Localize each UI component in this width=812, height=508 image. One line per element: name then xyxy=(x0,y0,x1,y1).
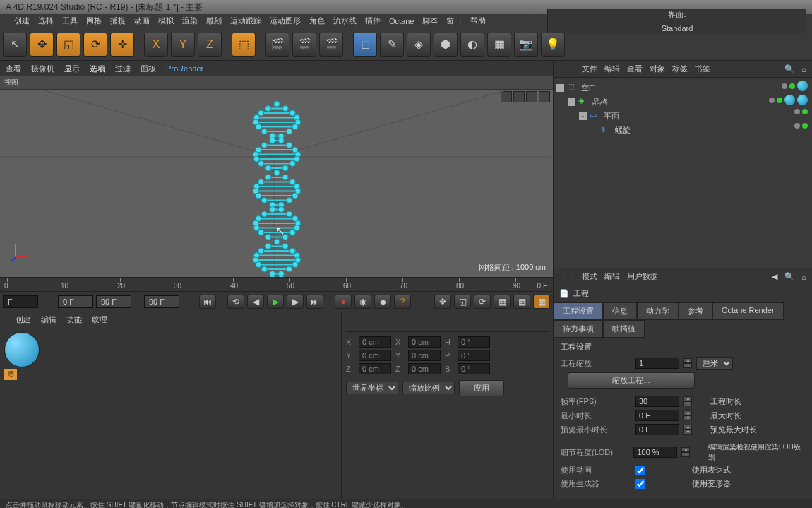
last-tool-icon[interactable]: ✛ xyxy=(110,33,134,57)
render-region-icon[interactable]: 🎬 xyxy=(292,33,316,57)
time-end-field[interactable]: 90 F xyxy=(96,295,131,308)
unit-select[interactable]: 厘米 xyxy=(696,357,733,370)
loop-icon[interactable]: ⟲ xyxy=(227,295,244,309)
time-current-field[interactable]: 90 F xyxy=(144,295,179,308)
menu-item[interactable]: 模拟 xyxy=(158,16,174,26)
spin-down[interactable]: ▾ xyxy=(683,430,692,435)
scale-project-button[interactable]: 缩放工程... xyxy=(568,372,695,389)
expand-icon[interactable]: - xyxy=(579,112,587,120)
size-z-field[interactable] xyxy=(408,363,441,374)
viewport[interactable]: 网格间距 : 1000 cm ↖ xyxy=(0,90,553,277)
record-icon[interactable]: ● xyxy=(335,295,352,309)
move-tool-icon[interactable]: ✥ xyxy=(30,33,54,57)
rot-p-field[interactable] xyxy=(458,350,490,361)
view-tab[interactable]: 选项 xyxy=(90,64,105,74)
coord-system-select[interactable]: 世界坐标 xyxy=(346,382,398,394)
spin-up[interactable]: ▴ xyxy=(683,410,692,415)
rotate-tool-icon[interactable]: ⟳ xyxy=(83,33,107,57)
object-row[interactable]: -⬚空白 xyxy=(556,81,809,95)
z-axis-icon[interactable]: Z xyxy=(198,33,222,57)
light-icon[interactable]: 💡 xyxy=(541,33,565,57)
tl-opt-icon[interactable]: ⟳ xyxy=(474,295,491,309)
view-tab[interactable]: 面板 xyxy=(141,64,156,74)
rot-b-field[interactable] xyxy=(458,363,490,374)
spin-down[interactable]: ▾ xyxy=(683,363,692,368)
mat-tab[interactable]: 创建 xyxy=(16,314,31,325)
goto-start-icon[interactable]: ⏮ xyxy=(199,295,216,309)
scale-tool-icon[interactable]: ◱ xyxy=(56,33,80,57)
material-preview[interactable] xyxy=(4,332,40,367)
scale-field[interactable] xyxy=(635,358,679,369)
apply-button[interactable]: 应用 xyxy=(459,380,504,396)
size-y-field[interactable] xyxy=(408,350,441,361)
lod-field[interactable] xyxy=(633,447,677,458)
attr-tab[interactable]: 工程设置 xyxy=(554,302,603,320)
menu-item[interactable]: 帮助 xyxy=(470,16,486,26)
object-name[interactable]: 空白 xyxy=(581,83,809,93)
rot-h-field[interactable] xyxy=(458,336,490,348)
y-axis-icon[interactable]: Y xyxy=(171,33,195,57)
useanim-checkbox[interactable] xyxy=(635,466,645,475)
object-tree[interactable]: -⬚空白-◈晶格-▭平面§螺旋 xyxy=(554,78,812,268)
attr-tab[interactable]: 信息 xyxy=(603,302,637,320)
attr-tab[interactable]: 动力学 xyxy=(637,302,679,320)
timeline-ruler[interactable]: 01020304050607080900 F xyxy=(0,277,553,291)
menu-item[interactable]: 运动图形 xyxy=(270,16,301,26)
layout-value[interactable]: Standard xyxy=(662,24,693,33)
cursor-tool-icon[interactable]: ↖ xyxy=(3,33,27,57)
expand-icon[interactable]: - xyxy=(568,98,575,106)
expand-icon[interactable]: - xyxy=(556,84,564,92)
home-icon[interactable]: ⌂ xyxy=(801,273,806,281)
menu-item[interactable]: 创建 xyxy=(14,16,30,26)
environment-icon[interactable]: ▦ xyxy=(487,33,511,57)
tl-opt-icon[interactable]: ▦ xyxy=(533,295,550,309)
usegen-checkbox[interactable] xyxy=(635,479,645,489)
attr-tab[interactable]: 待力事项 xyxy=(554,320,603,338)
render-view-icon[interactable]: 🎬 xyxy=(265,33,289,57)
menu-item[interactable]: 流水线 xyxy=(333,16,357,26)
spin-up[interactable]: ▴ xyxy=(683,358,692,363)
material-tag-icon[interactable] xyxy=(797,81,808,91)
material-tag-icon[interactable] xyxy=(797,95,808,105)
menu-item[interactable]: Octane xyxy=(389,17,414,25)
spin-down[interactable]: ▾ xyxy=(683,415,692,420)
mat-tab[interactable]: 功能 xyxy=(66,314,82,325)
mat-tab[interactable]: 纹理 xyxy=(92,314,107,325)
tl-opt-icon[interactable]: ◱ xyxy=(454,295,471,309)
om-menu[interactable]: 文件 xyxy=(582,64,597,74)
object-row[interactable]: §螺旋 xyxy=(556,123,809,137)
menu-item[interactable]: 窗口 xyxy=(446,16,462,26)
material-name[interactable]: 质 xyxy=(4,369,17,380)
material-tag-icon[interactable] xyxy=(784,95,795,105)
om-menu[interactable]: 标签 xyxy=(672,64,688,74)
attr-tab[interactable]: Octane Render xyxy=(712,302,784,320)
menu-item[interactable]: 脚本 xyxy=(422,16,438,26)
prevmin-field[interactable] xyxy=(635,424,679,435)
coord-system-icon[interactable]: ⬚ xyxy=(232,33,256,57)
time-field[interactable]: F xyxy=(3,295,38,308)
camera-icon[interactable]: 📷 xyxy=(514,33,538,57)
menu-item[interactable]: 插件 xyxy=(365,16,381,26)
view-tab[interactable]: 查看 xyxy=(6,64,21,74)
tl-opt-icon[interactable]: ▦ xyxy=(494,295,511,309)
menu-item[interactable]: 运动跟踪 xyxy=(230,16,261,26)
material-panel[interactable]: 质 xyxy=(0,328,341,500)
x-axis-icon[interactable]: X xyxy=(144,33,168,57)
view-tab[interactable]: 摄像机 xyxy=(31,64,54,74)
om-menu[interactable]: 对象 xyxy=(650,64,665,74)
menu-item[interactable]: 网格 xyxy=(86,16,102,26)
pos-x-field[interactable] xyxy=(359,336,391,348)
size-x-field[interactable] xyxy=(408,336,441,348)
am-menu[interactable]: 编辑 xyxy=(604,271,620,282)
view-tab-prorender[interactable]: ProRender xyxy=(166,64,203,73)
prev-frame-icon[interactable]: ◀ xyxy=(247,295,264,309)
menu-item[interactable]: 选择 xyxy=(38,16,54,26)
pos-z-field[interactable] xyxy=(359,363,391,374)
am-menu[interactable]: 模式 xyxy=(582,271,597,282)
tl-opt-icon[interactable]: ✥ xyxy=(434,295,451,309)
attr-tab[interactable]: 参考 xyxy=(679,302,712,320)
om-menu[interactable]: 查看 xyxy=(627,64,643,74)
menu-item[interactable]: 动画 xyxy=(134,16,150,26)
menu-item[interactable]: 角色 xyxy=(309,16,325,26)
pen-tool-icon[interactable]: ✎ xyxy=(380,33,404,57)
